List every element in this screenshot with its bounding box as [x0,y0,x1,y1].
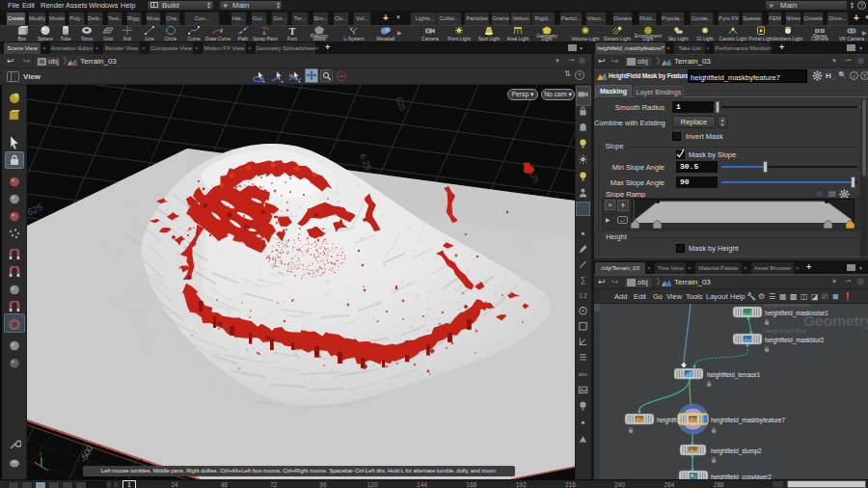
svg-text:heightfi: heightfi [657,417,676,424]
svg-text:HeightField Noise: HeightField Noise [765,304,811,308]
svg-text:heightfield_maskbyfeature7: heightfield_maskbyfeature7 [711,417,786,424]
svg-text:HeightField Blur: HeightField Blur [765,328,806,334]
svg-text:heightfield_terrace1: heightfield_terrace1 [707,371,761,379]
svg-text:T: T [289,26,296,36]
svg-text:1.2: 1.2 [579,292,587,299]
svg-text:abc: abc [579,371,587,377]
svg-text:heightfield_masknoise1: heightfield_masknoise1 [765,310,828,317]
svg-text:heightfield_maskblur2: heightfield_maskblur2 [765,337,825,344]
svg-text:∑: ∑ [581,275,586,285]
svg-text:heightfield_slump2: heightfield_slump2 [711,447,762,455]
